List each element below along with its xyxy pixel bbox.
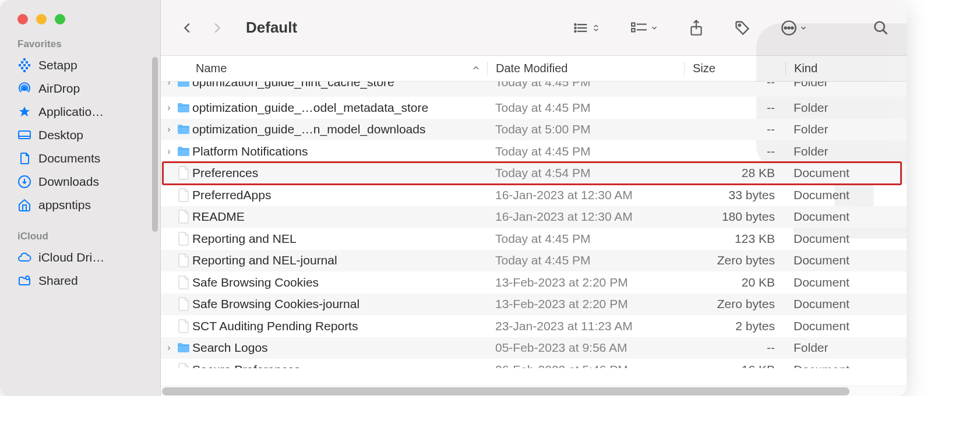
file-row[interactable]: ›optimization_guide_hint_cache_storeToda… bbox=[161, 82, 907, 97]
document-icon bbox=[175, 363, 192, 368]
svg-rect-23 bbox=[632, 23, 634, 26]
sidebar-list-favorites: Setapp AirDrop Applicatio… Desktop bbox=[0, 54, 160, 217]
airdrop-icon bbox=[17, 82, 31, 96]
file-size: -- bbox=[684, 144, 785, 158]
svg-point-32 bbox=[791, 27, 793, 29]
file-size: Zero bytes bbox=[684, 297, 785, 311]
sidebar-item-label: Setapp bbox=[38, 58, 154, 72]
back-button[interactable] bbox=[178, 19, 197, 37]
file-row[interactable]: PreferredApps16-Jan-2023 at 12:30 AM33 b… bbox=[161, 184, 907, 206]
file-name: SCT Auditing Pending Reports bbox=[192, 319, 487, 333]
file-name: optimization_guide_hint_cache_store bbox=[192, 82, 487, 89]
file-row[interactable]: Safe Browsing Cookies13-Feb-2023 at 2:20… bbox=[161, 271, 907, 294]
document-icon bbox=[175, 166, 192, 180]
maximize-button[interactable] bbox=[55, 14, 65, 24]
file-kind: Document bbox=[785, 166, 907, 180]
svg-rect-5 bbox=[28, 64, 30, 66]
horizontal-scrollbar[interactable] bbox=[161, 386, 907, 396]
sidebar-item-icloud-drive[interactable]: iCloud Dri… bbox=[0, 246, 154, 269]
sidebar-item-label: appsntips bbox=[38, 198, 154, 212]
setapp-icon bbox=[17, 58, 31, 72]
view-list-button[interactable] bbox=[573, 20, 600, 36]
file-date: Today at 4:54 PM bbox=[487, 166, 684, 180]
file-date: 23-Jan-2023 at 11:23 AM bbox=[487, 319, 684, 333]
file-row[interactable]: README16-Jan-2023 at 12:30 AM180 bytesDo… bbox=[161, 206, 907, 228]
file-kind: Document bbox=[785, 210, 907, 224]
file-kind: Document bbox=[785, 319, 907, 333]
file-row[interactable]: Secure Preferences26-Feb-2023 at 5:46 PM… bbox=[161, 359, 907, 368]
file-row[interactable]: ›Search Logos05-Feb-2023 at 9:56 AM--Fol… bbox=[161, 337, 907, 359]
sidebar-item-downloads[interactable]: Downloads bbox=[0, 170, 154, 193]
file-size: 20 KB bbox=[684, 275, 785, 289]
sidebar-item-label: Applicatio… bbox=[38, 105, 154, 119]
disclosure-triangle[interactable]: › bbox=[163, 103, 175, 113]
document-icon bbox=[175, 188, 192, 202]
sidebar-scrollbar[interactable] bbox=[152, 57, 158, 232]
file-row[interactable]: PreferencesToday at 4:54 PM28 KBDocument bbox=[161, 162, 907, 185]
file-row[interactable]: ›Platform NotificationsToday at 4:45 PM-… bbox=[161, 140, 907, 162]
sidebar-item-applications[interactable]: Applicatio… bbox=[0, 100, 154, 123]
disclosure-triangle[interactable]: › bbox=[163, 146, 175, 157]
file-date: Today at 4:45 PM bbox=[487, 232, 684, 246]
svg-point-9 bbox=[23, 87, 26, 90]
disclosure-triangle[interactable]: › bbox=[163, 342, 175, 353]
close-button[interactable] bbox=[17, 14, 28, 24]
group-button[interactable] bbox=[630, 20, 658, 36]
minimize-button[interactable] bbox=[36, 14, 47, 24]
folder-icon bbox=[175, 102, 192, 114]
document-icon bbox=[175, 319, 192, 333]
file-date: Today at 4:45 PM bbox=[487, 101, 684, 115]
column-date[interactable]: Date Modified bbox=[487, 62, 684, 75]
file-list: ›optimization_guide_hint_cache_storeToda… bbox=[161, 82, 907, 368]
document-icon bbox=[175, 297, 192, 311]
svg-rect-3 bbox=[19, 64, 21, 66]
file-row[interactable]: SCT Auditing Pending Reports23-Jan-2023 … bbox=[161, 315, 907, 337]
file-kind: Document bbox=[785, 232, 907, 246]
file-name: optimization_guide_…n_model_downloads bbox=[192, 122, 487, 136]
file-kind: Document bbox=[785, 253, 907, 267]
file-size: 123 KB bbox=[684, 232, 785, 246]
sidebar-item-shared[interactable]: Shared bbox=[0, 269, 154, 292]
file-kind: Folder bbox=[785, 82, 907, 89]
document-icon bbox=[175, 232, 192, 246]
file-row[interactable]: ›optimization_guide_…odel_metadata_store… bbox=[161, 97, 907, 119]
disclosure-triangle[interactable]: › bbox=[163, 124, 175, 135]
folder-icon bbox=[175, 82, 192, 88]
svg-rect-10 bbox=[19, 131, 30, 139]
file-kind: Document bbox=[785, 363, 907, 368]
share-button[interactable] bbox=[689, 19, 704, 37]
svg-point-31 bbox=[788, 27, 789, 29]
disclosure-triangle[interactable]: › bbox=[163, 82, 175, 87]
home-icon bbox=[17, 198, 31, 212]
svg-point-20 bbox=[574, 24, 576, 25]
sidebar-item-desktop[interactable]: Desktop bbox=[0, 123, 154, 147]
sidebar-item-label: Desktop bbox=[38, 128, 154, 142]
search-button[interactable] bbox=[873, 20, 889, 36]
svg-point-30 bbox=[785, 27, 787, 29]
sidebar-item-airdrop[interactable]: AirDrop bbox=[0, 77, 154, 100]
scrollbar-thumb[interactable] bbox=[162, 387, 849, 395]
sidebar-item-home[interactable]: appsntips bbox=[0, 193, 154, 217]
more-button[interactable] bbox=[781, 20, 808, 36]
sidebar-item-setapp[interactable]: Setapp bbox=[0, 54, 154, 77]
forward-button[interactable] bbox=[207, 19, 226, 37]
svg-rect-1 bbox=[21, 61, 23, 63]
document-icon bbox=[175, 210, 192, 224]
file-row[interactable]: Safe Browsing Cookies-journal13-Feb-2023… bbox=[161, 294, 907, 316]
file-date: 13-Feb-2023 at 2:20 PM bbox=[487, 297, 684, 311]
file-row[interactable]: ›optimization_guide_…n_model_downloadsTo… bbox=[161, 119, 907, 141]
column-size[interactable]: Size bbox=[684, 62, 785, 75]
sidebar-section-favorites: Favorites bbox=[0, 24, 160, 54]
file-row[interactable]: Reporting and NEL-journalToday at 4:45 P… bbox=[161, 250, 907, 272]
svg-point-33 bbox=[875, 22, 884, 31]
folder-icon bbox=[175, 146, 192, 157]
file-name: Search Logos bbox=[192, 341, 487, 355]
toolbar: Default bbox=[161, 0, 907, 56]
sidebar-item-documents[interactable]: Documents bbox=[0, 147, 154, 170]
tag-button[interactable] bbox=[734, 20, 750, 36]
file-row[interactable]: Reporting and NELToday at 4:45 PM123 KBD… bbox=[161, 228, 907, 250]
column-kind[interactable]: Kind bbox=[785, 62, 907, 75]
shared-icon bbox=[17, 274, 31, 288]
column-name[interactable]: Name bbox=[196, 62, 487, 75]
sidebar-item-label: AirDrop bbox=[38, 82, 154, 96]
